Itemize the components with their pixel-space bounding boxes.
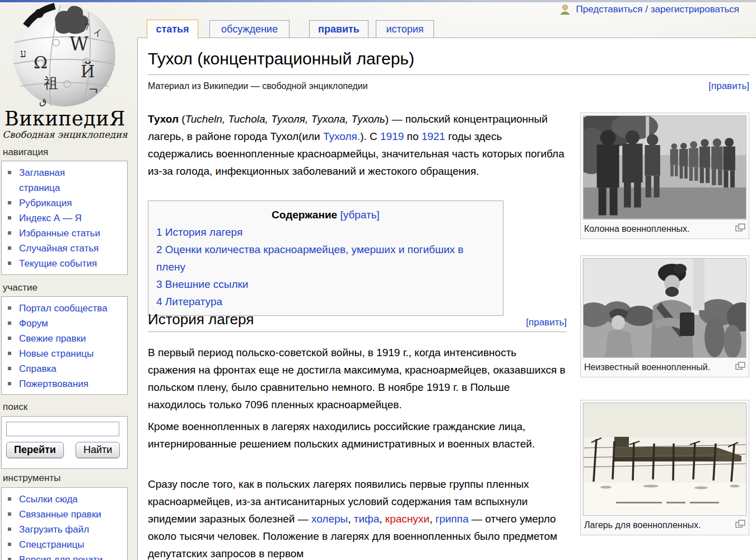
search-input[interactable] (6, 422, 119, 436)
toc-item-history[interactable]: 1 История лагеря (156, 223, 495, 241)
sidebar-link[interactable]: Случайная статья (19, 243, 99, 254)
link-cholera[interactable]: холеры (311, 513, 348, 525)
bullet-square-icon (8, 171, 11, 174)
paragraph-text: , (430, 513, 436, 525)
content-area: Тухол (концентрационный лагерь) Материал… (137, 38, 756, 560)
sidebar-link[interactable]: Справка (19, 363, 57, 374)
section-heading-row: История лагеря [править] (148, 310, 567, 332)
sidebar-item-donations[interactable]: Пожертвования (2, 376, 127, 391)
bullet-square-icon (8, 528, 11, 531)
link-1919[interactable]: 1919 (380, 130, 404, 142)
bullet-square-icon (8, 382, 11, 385)
redlink-rubella[interactable]: краснухи (385, 513, 430, 525)
magnify-icon[interactable] (735, 223, 745, 235)
personal-bar: Представиться / зарегистрироваться (559, 4, 739, 15)
tab-history[interactable]: история (376, 20, 434, 38)
sidebar-box-search: Перейти Найти (1, 416, 128, 469)
tab-discussion[interactable]: обсуждение (209, 20, 290, 38)
bullet-square-icon (8, 321, 11, 325)
bullet-square-icon (8, 512, 11, 516)
sidebar-link[interactable]: Заглавная страница (19, 167, 65, 193)
sidebar-link[interactable]: Версия для печати (19, 554, 102, 560)
sidebar-box-navigation: Заглавная страница Рубрикация Индекс А —… (1, 161, 128, 275)
bullet-square-icon (8, 216, 11, 220)
edit-section-link-history[interactable]: [править] (526, 317, 567, 328)
sidebar-link[interactable]: Портал сообщества (19, 303, 108, 314)
history-paragraph-3: Сразу после того, как в польских лагерях… (148, 475, 567, 560)
sidebar-item-printable-version[interactable]: Версия для печати (2, 552, 127, 560)
link-1921[interactable]: 1921 (422, 130, 445, 142)
sidebar-item-featured[interactable]: Избранные статьи (2, 226, 127, 241)
sidebar-item-community-portal[interactable]: Портал сообщества (2, 301, 127, 316)
sidebar-section-title-participation: участие (3, 282, 38, 293)
link-tuchola[interactable]: Тухоля. (323, 130, 360, 142)
thumbnail-pow-column[interactable]: Колонна военнопленных. (580, 113, 749, 239)
toc-item-literature[interactable]: 4 Литература (156, 293, 495, 310)
tab-edit[interactable]: править (309, 20, 368, 38)
sidebar-link[interactable]: Пожертвования (19, 379, 88, 389)
tab-article[interactable]: статья (147, 20, 198, 39)
svg-text:イ: イ (93, 27, 102, 38)
bullet-square-icon (8, 558, 11, 560)
sidebar-item-recent-changes[interactable]: Свежие правки (2, 331, 127, 346)
photo-unknown-pow[interactable] (583, 258, 746, 358)
thumbnail-pow-camp[interactable]: Лагерь для военнопленных. (580, 400, 749, 535)
toc-item-estimates[interactable]: 2 Оценки количества красноармейцев, умер… (156, 241, 495, 276)
section-heading-history: История лагеря (148, 310, 254, 328)
wikipedia-globe-logo[interactable]: Ω W Й 祖 ᄀ ע 7 イ ق (7, 1, 122, 109)
magnify-icon[interactable] (735, 520, 745, 531)
sidebar-item-current-events[interactable]: Текущие события (2, 256, 127, 271)
sidebar-item-rubrication[interactable]: Рубрикация (2, 195, 127, 211)
link-flu[interactable]: гриппа (435, 513, 468, 525)
search-find-button[interactable]: Найти (76, 442, 120, 458)
sidebar-link[interactable]: Загрузить файл (19, 524, 89, 535)
thumbnail-unknown-pow[interactable]: Неизвестный военнопленный. (580, 255, 749, 377)
sidebar-link[interactable]: Текущие события (19, 258, 97, 269)
login-register-link[interactable]: Представиться / зарегистрироваться (576, 4, 739, 15)
sidebar-item-help[interactable]: Справка (2, 361, 127, 376)
bullet-square-icon (8, 543, 11, 546)
sidebar-link[interactable]: Ссылки сюда (19, 494, 78, 505)
edit-section-link-top[interactable]: [править] (708, 81, 749, 92)
sidebar-item-index[interactable]: Индекс А — Я (2, 211, 127, 226)
bullet-square-icon (8, 367, 11, 370)
sidebar-link[interactable]: Форум (19, 318, 48, 329)
bullet-square-icon (8, 497, 11, 501)
svg-text:Й: Й (81, 61, 95, 81)
sidebar-link[interactable]: Индекс А — Я (19, 213, 82, 223)
toc-hide-link[interactable]: [убрать] (340, 209, 379, 221)
sidebar-link[interactable]: Свежие правки (19, 333, 86, 344)
link-typhus[interactable]: тифа (354, 513, 380, 525)
sidebar-link[interactable]: Новые страницы (19, 348, 94, 359)
svg-text:W: W (69, 33, 88, 55)
sidebar-link[interactable]: Избранные статьи (19, 228, 100, 239)
table-of-contents: Содержание [убрать] 1 История лагеря 2 О… (148, 200, 503, 316)
sidebar-link[interactable]: Спецстраницы (19, 539, 85, 550)
sidebar-item-main-page[interactable]: Заглавная страница (2, 165, 127, 195)
from-wikipedia-tagline: Материал из Википедии — свободной энцикл… (148, 81, 368, 91)
svg-text:ق: ق (39, 95, 46, 106)
wikipedia-wordmark: ВикипедиЯ (0, 108, 130, 130)
bullet-square-icon (8, 246, 11, 250)
sidebar-link[interactable]: Связанные правки (19, 509, 101, 520)
photo-pow-camp[interactable] (583, 403, 746, 516)
bullet-square-icon (8, 306, 11, 310)
search-go-button[interactable]: Перейти (6, 442, 64, 458)
bullet-square-icon (8, 352, 11, 355)
sidebar-item-upload-file[interactable]: Загрузить файл (2, 522, 127, 537)
magnify-icon[interactable] (735, 362, 745, 373)
sidebar-item-random[interactable]: Случайная статья (2, 241, 127, 256)
sidebar-link[interactable]: Рубрикация (19, 198, 72, 208)
photo-pow-column[interactable] (583, 115, 746, 220)
sidebar-item-new-pages[interactable]: Новые страницы (2, 346, 127, 361)
wikipedia-site-tagline: Свободная энциклопедия (0, 129, 130, 140)
toc-item-external-links[interactable]: 3 Внешние ссылки (156, 276, 495, 293)
history-paragraph-2: Кроме военнопленных в лагерях находились… (148, 418, 567, 452)
page-title: Тухол (концентрационный лагерь) (148, 48, 749, 75)
sidebar-item-special-pages[interactable]: Спецстраницы (2, 537, 127, 552)
sidebar-item-what-links-here[interactable]: Ссылки сюда (2, 492, 127, 507)
lead-paragraph: Тухол (Tucheln, Tuchola, Тухоля, Тухола,… (148, 110, 565, 180)
bullet-square-icon (8, 231, 11, 235)
sidebar-item-related-changes[interactable]: Связанные правки (2, 507, 127, 522)
sidebar-item-forum[interactable]: Форум (2, 316, 127, 331)
